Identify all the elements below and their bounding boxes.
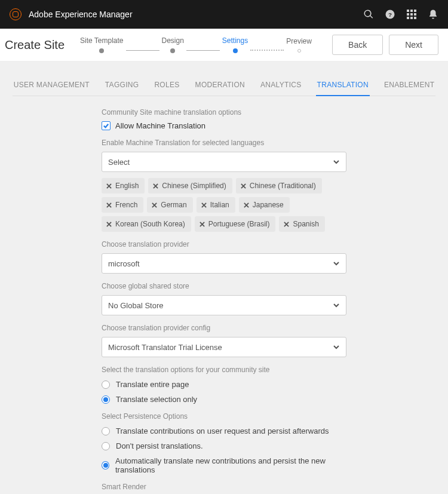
step-label: Site Template bbox=[80, 36, 124, 45]
close-icon bbox=[244, 202, 249, 208]
step-site-template[interactable]: Site Template bbox=[80, 36, 124, 53]
checkbox-icon bbox=[102, 121, 111, 130]
radio-auto-translate-persist[interactable]: Automatically translate new contribution… bbox=[102, 456, 346, 474]
provider-label: Choose translation provider bbox=[102, 240, 346, 248]
chevron-down-icon bbox=[333, 158, 340, 165]
chip-spanish[interactable]: Spanish bbox=[279, 216, 324, 232]
chip-japanese[interactable]: Japanese bbox=[239, 197, 290, 213]
next-button[interactable]: Next bbox=[389, 35, 438, 55]
translation-options-label: Select the translation options for your … bbox=[102, 366, 346, 374]
config-label: Choose translation provider config bbox=[102, 324, 346, 332]
chevron-down-icon bbox=[333, 302, 340, 309]
config-select[interactable]: Microsoft Translator Trial License bbox=[102, 337, 346, 357]
section-machine-options: Community Site machine translation optio… bbox=[102, 108, 346, 116]
radio-icon bbox=[102, 461, 109, 470]
chip-portuguese[interactable]: Portuguese (Brasil) bbox=[195, 216, 276, 232]
radio-icon bbox=[102, 442, 110, 450]
language-select[interactable]: Select bbox=[102, 152, 346, 172]
chip-label: German bbox=[161, 201, 186, 209]
bell-icon[interactable] bbox=[428, 9, 438, 20]
step-design[interactable]: Design bbox=[162, 36, 184, 53]
enable-languages-label: Enable Machine Translation for selected … bbox=[102, 139, 346, 147]
header-left: Adobe Experience Manager bbox=[10, 8, 133, 20]
chip-korean[interactable]: Korean (South Korea) bbox=[102, 216, 191, 232]
radio-label: Don't persist translations. bbox=[116, 441, 203, 450]
close-icon bbox=[284, 222, 289, 227]
select-value: microsoft bbox=[108, 259, 140, 268]
apps-icon[interactable] bbox=[406, 9, 417, 20]
language-chips: English Chinese (Simplified) Chinese (Tr… bbox=[102, 178, 346, 232]
tabs-wrap: USER MANAGEMENT TAGGING ROLES MODERATION… bbox=[0, 62, 448, 96]
step-dot-icon bbox=[170, 48, 175, 53]
wizard-buttons: Back Next bbox=[332, 35, 438, 55]
close-icon bbox=[106, 202, 112, 208]
tab-translation[interactable]: TRANSLATION bbox=[316, 77, 370, 96]
step-dot-icon bbox=[233, 48, 238, 53]
persistence-options-label: Select Persistence Options bbox=[102, 412, 346, 421]
chip-label: Chinese (Simplified) bbox=[162, 182, 226, 190]
chip-label: Italian bbox=[210, 201, 229, 209]
provider-select[interactable]: microsoft bbox=[102, 253, 346, 274]
close-icon bbox=[201, 202, 207, 208]
tab-analytics[interactable]: ANALYTICS bbox=[259, 77, 303, 96]
step-connector bbox=[250, 50, 284, 51]
help-icon[interactable]: ? bbox=[385, 9, 395, 20]
radio-label: Translate contributions on user request … bbox=[116, 427, 329, 435]
step-settings[interactable]: Settings bbox=[222, 36, 248, 53]
chevron-down-icon bbox=[333, 260, 340, 267]
chip-german[interactable]: German bbox=[147, 197, 192, 213]
app-header: Adobe Experience Manager ? bbox=[0, 0, 448, 29]
wizard-bar: Create Site Site Template Design Setting… bbox=[0, 29, 448, 62]
radio-dont-persist[interactable]: Don't persist translations. bbox=[102, 441, 346, 450]
store-select[interactable]: No Global Store bbox=[102, 295, 346, 315]
radio-label: Translate entire page bbox=[116, 380, 189, 389]
search-icon[interactable] bbox=[363, 9, 374, 20]
step-preview[interactable]: Preview bbox=[286, 37, 312, 53]
chip-italian[interactable]: Italian bbox=[197, 197, 235, 213]
chip-label: French bbox=[115, 201, 137, 209]
chip-french[interactable]: French bbox=[102, 197, 143, 213]
close-icon bbox=[153, 183, 158, 189]
radio-icon bbox=[102, 395, 110, 404]
close-icon bbox=[200, 222, 205, 227]
back-button[interactable]: Back bbox=[332, 35, 383, 55]
select-value: Microsoft Translator Trial License bbox=[108, 343, 222, 352]
chip-english[interactable]: English bbox=[102, 178, 145, 194]
close-icon bbox=[106, 222, 112, 227]
wizard-title: Create Site bbox=[2, 38, 74, 52]
chip-label: Japanese bbox=[253, 201, 284, 209]
tab-moderation[interactable]: MODERATION bbox=[194, 77, 246, 96]
radio-translate-entire-page[interactable]: Translate entire page bbox=[102, 380, 346, 389]
select-value: Select bbox=[108, 158, 130, 167]
step-dot-icon bbox=[297, 49, 301, 53]
chip-chinese-simplified[interactable]: Chinese (Simplified) bbox=[148, 178, 232, 194]
allow-machine-translation-checkbox[interactable]: Allow Machine Translation bbox=[102, 121, 346, 130]
step-label: Settings bbox=[222, 36, 248, 45]
wizard-steps: Site Template Design Settings Preview bbox=[74, 36, 332, 53]
step-dot-icon bbox=[99, 48, 104, 53]
step-label: Preview bbox=[286, 37, 312, 45]
radio-label: Translate selection only bbox=[116, 395, 197, 404]
chip-label: English bbox=[115, 182, 139, 190]
radio-label: Automatically translate new contribution… bbox=[115, 456, 346, 474]
svg-text:?: ? bbox=[388, 11, 392, 18]
header-right: ? bbox=[363, 9, 438, 20]
tab-roles[interactable]: ROLES bbox=[153, 77, 180, 96]
radio-icon bbox=[102, 427, 110, 435]
step-connector bbox=[126, 50, 159, 51]
tab-enablement[interactable]: ENABLEMENT bbox=[383, 77, 435, 96]
tab-tagging[interactable]: TAGGING bbox=[104, 77, 140, 96]
chip-chinese-traditional[interactable]: Chinese (Traditional) bbox=[236, 178, 322, 194]
close-icon bbox=[106, 183, 112, 189]
aem-logo-icon[interactable] bbox=[10, 8, 22, 20]
chip-label: Spanish bbox=[293, 220, 318, 228]
chip-label: Chinese (Traditional) bbox=[250, 182, 316, 190]
radio-icon bbox=[102, 381, 110, 389]
radio-translate-selection-only[interactable]: Translate selection only bbox=[102, 395, 346, 404]
radio-persist-on-request[interactable]: Translate contributions on user request … bbox=[102, 427, 346, 435]
checkbox-label: Allow Machine Translation bbox=[115, 121, 205, 130]
step-connector bbox=[186, 50, 220, 51]
close-icon bbox=[241, 183, 246, 189]
select-value: No Global Store bbox=[108, 301, 164, 310]
tab-user-management[interactable]: USER MANAGEMENT bbox=[13, 77, 91, 96]
